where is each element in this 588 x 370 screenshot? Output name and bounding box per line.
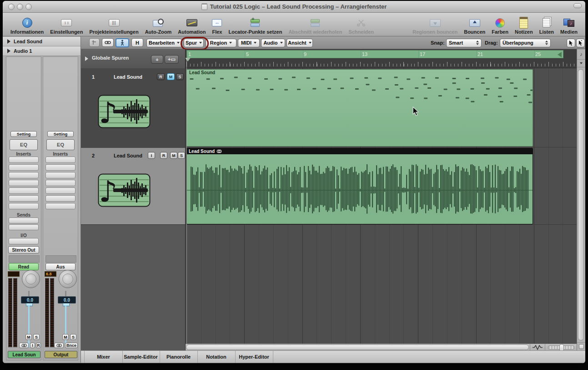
bounce-button[interactable]: Bnce xyxy=(65,343,78,348)
midi-thru-button[interactable] xyxy=(116,38,129,47)
global-tracks-header[interactable]: Globale Spuren + +▭ xyxy=(81,49,185,69)
eq-slot[interactable]: EQ xyxy=(10,139,38,150)
hierarchy-up-button[interactable] xyxy=(89,38,100,47)
insert-slot[interactable] xyxy=(9,188,39,194)
input-slot[interactable] xyxy=(9,238,39,244)
menu-midi[interactable]: MIDI xyxy=(238,39,260,47)
menu-region[interactable]: Region xyxy=(206,39,236,47)
track-name[interactable]: Lead Sound xyxy=(114,74,142,80)
toolbar-repeat-section-button[interactable]: Abschnitt wiederholen xyxy=(288,14,342,36)
tab-pianorolle[interactable]: Pianorolle xyxy=(160,351,198,363)
toolbar-schneiden-button[interactable]: Schneiden xyxy=(348,14,374,36)
channel-name-chip[interactable]: Output xyxy=(45,351,77,358)
insert-slot[interactable] xyxy=(9,172,39,178)
toolbar-bouncen-button[interactable]: Bouncen xyxy=(464,14,485,36)
output-slot[interactable]: Stereo Out xyxy=(8,246,39,253)
pan-knob[interactable] xyxy=(59,270,77,288)
fader-value[interactable]: 0.0 xyxy=(58,296,76,304)
audio-region-lead-sound[interactable]: Lead Sound xyxy=(186,148,533,224)
toolbar-regionen-bouncen-button[interactable]: Regionen bouncen xyxy=(412,14,457,36)
menu-audio[interactable]: Audio xyxy=(261,39,285,47)
snap-dropdown[interactable]: Smart xyxy=(446,39,482,47)
insert-slot[interactable] xyxy=(45,172,75,178)
toolbar-automation-button[interactable]: Automation xyxy=(178,14,206,36)
horizontal-scroll-thumb[interactable] xyxy=(186,345,529,350)
horizontal-scrollbar[interactable] xyxy=(186,344,577,350)
hide-tracks-button[interactable]: H xyxy=(131,38,143,47)
toolbar-toggle-pill[interactable] xyxy=(573,3,582,8)
tab-notation[interactable]: Notation xyxy=(197,351,236,363)
tab-hyper-editor[interactable]: Hyper-Editor xyxy=(235,351,273,363)
setting-button[interactable]: Setting xyxy=(47,131,74,137)
toolbar-flex-button[interactable]: ⇔ Flex xyxy=(212,14,222,36)
tab-mixer[interactable]: Mixer xyxy=(84,351,123,363)
waveform-zoom-button[interactable] xyxy=(530,344,545,350)
send-slot[interactable] xyxy=(9,224,39,230)
toolbar-medien-button[interactable]: ♪ Medien xyxy=(560,14,578,36)
add-track-button[interactable]: + xyxy=(151,55,163,64)
track-row-1[interactable]: 1 Lead Sound R M S ♪ xyxy=(81,68,185,148)
inspector-group-lead-sound[interactable]: Lead Sound xyxy=(3,37,80,46)
insert-slot[interactable] xyxy=(9,157,39,163)
toolbar-listen-button[interactable]: Listen xyxy=(539,14,554,36)
insert-slot[interactable] xyxy=(9,164,39,171)
loop-end-marker[interactable] xyxy=(558,52,562,57)
drag-dropdown[interactable]: Überlappung xyxy=(500,39,551,47)
send-slot[interactable] xyxy=(9,218,39,223)
inspector-group-audio1[interactable]: Audio 1 xyxy=(3,46,80,56)
insert-slot[interactable] xyxy=(45,195,75,202)
input-monitor-button[interactable]: I xyxy=(30,343,35,348)
vertical-zoom-widget[interactable] xyxy=(577,342,585,351)
note-zoom-button[interactable]: ♪ xyxy=(577,49,585,60)
insert-slot[interactable] xyxy=(45,164,75,171)
menu-ansicht[interactable]: Ansicht xyxy=(286,39,313,47)
input-monitor-button[interactable]: I xyxy=(148,152,155,159)
group-slot[interactable] xyxy=(45,255,76,263)
eq-slot[interactable]: EQ xyxy=(46,139,75,150)
mute-button[interactable]: M xyxy=(25,334,32,340)
channel-name-chip[interactable]: Lead Soun xyxy=(8,351,40,358)
toolbar-autozoom-button[interactable]: Auto-Zoom xyxy=(145,14,172,36)
zoom-slider[interactable] xyxy=(548,345,574,350)
toolbar-farben-button[interactable]: Farben xyxy=(492,14,508,36)
automation-mode-button[interactable]: Read xyxy=(9,263,39,270)
solo-button[interactable]: S xyxy=(70,334,76,340)
mute-button[interactable]: M xyxy=(62,334,69,340)
link-button[interactable] xyxy=(102,38,114,47)
audio-region-header[interactable]: Lead Sound xyxy=(187,148,533,154)
insert-slot[interactable] xyxy=(45,203,75,209)
solo-button[interactable]: S xyxy=(33,334,40,340)
pointer-tool-button[interactable] xyxy=(567,39,575,47)
record-enable-button[interactable]: R xyxy=(157,73,165,80)
insert-slot[interactable] xyxy=(45,188,75,194)
bar-ruler[interactable]: 1 5 9 13 17 21 25 xyxy=(186,49,577,68)
insert-slot[interactable] xyxy=(9,180,39,186)
track-name[interactable]: Lead Sound xyxy=(114,153,142,158)
insert-slot[interactable] xyxy=(45,180,75,186)
vertical-scroll-thumb[interactable] xyxy=(578,69,584,340)
insert-slot[interactable] xyxy=(45,157,75,163)
toolbar-einstellungen-button[interactable]: : : Einstellungen xyxy=(50,14,83,36)
scroll-down-button[interactable] xyxy=(577,60,585,67)
menu-bearbeiten[interactable]: Bearbeiten xyxy=(146,39,182,47)
toolbar-informationen-button[interactable]: i Informationen xyxy=(10,14,44,36)
stereo-format-button[interactable] xyxy=(19,343,29,348)
track-lanes[interactable]: Lead Sound Lead Sound xyxy=(186,68,577,344)
mute-button[interactable]: M xyxy=(170,152,177,159)
solo-button[interactable]: S xyxy=(176,73,184,80)
automation-mode-button[interactable]: Aus xyxy=(45,263,75,270)
add-multiple-tracks-button[interactable]: +▭ xyxy=(165,55,179,64)
toolbar-projekteinstellungen-button[interactable]: ||| Projekteinstellungen xyxy=(89,14,138,36)
toolbar-notizen-button[interactable]: Notizen xyxy=(515,14,533,36)
stereo-format-button[interactable] xyxy=(54,343,64,348)
zoom-slider-handle[interactable] xyxy=(559,344,564,350)
insert-slot[interactable] xyxy=(9,203,39,209)
record-enable-button[interactable]: R xyxy=(160,152,167,159)
setting-button[interactable]: Setting xyxy=(10,131,37,137)
mute-button[interactable]: M xyxy=(167,73,175,80)
midi-region-lead-sound[interactable]: Lead Sound xyxy=(186,69,533,147)
track-row-2-selected[interactable]: 2 Lead Sound I R M S ♪ xyxy=(81,148,185,225)
insert-slot[interactable] xyxy=(9,195,39,202)
cycle-loop-bar[interactable]: 1 5 9 13 17 21 25 xyxy=(186,50,563,58)
group-slot[interactable] xyxy=(9,255,40,263)
